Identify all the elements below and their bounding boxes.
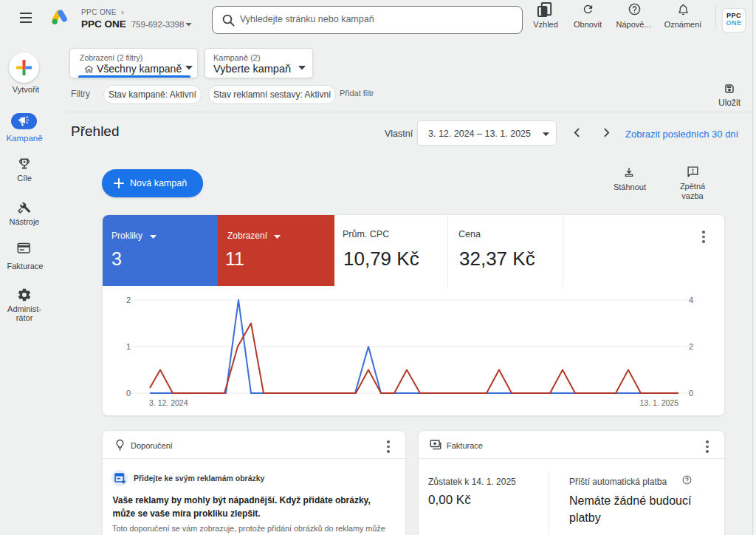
svg-text:3. 12. 2024: 3. 12. 2024 [149,398,188,407]
svg-text:0: 0 [126,389,131,398]
svg-text:0: 0 [689,389,693,398]
svg-text:2: 2 [126,296,131,304]
svg-text:2: 2 [689,342,693,351]
svg-text:1: 1 [126,342,131,351]
svg-text:4: 4 [689,296,693,304]
svg-text:13. 1. 2025: 13. 1. 2025 [639,398,678,407]
